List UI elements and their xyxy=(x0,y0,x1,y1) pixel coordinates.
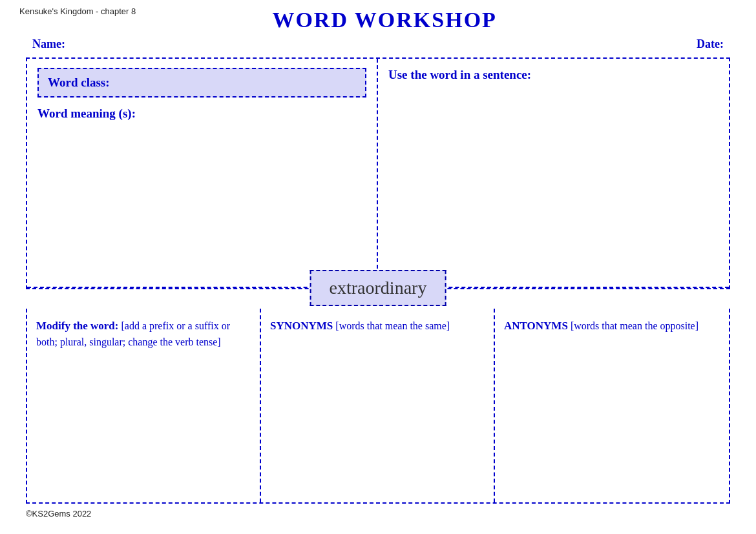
use-sentence-label: Use the word in a sentence: xyxy=(388,68,719,82)
center-word-box: extraordinary xyxy=(310,270,446,306)
page-title: WORD WORKSHOP xyxy=(136,8,633,32)
antonyms-bold: ANTONYMS xyxy=(504,320,568,332)
name-date-row: Name: Date: xyxy=(32,37,724,51)
date-label: Date: xyxy=(697,37,724,51)
bottom-grid: Modify the word: [add a prefix or a suff… xyxy=(26,309,730,504)
synonyms-normal: [words that mean the same] xyxy=(333,320,450,331)
synonyms-bold: SYNONYMS xyxy=(270,320,333,332)
synonyms-label: SYNONYMS [words that mean the same] xyxy=(270,318,485,334)
top-left-cell: Word class: Word meaning (s): xyxy=(27,59,378,288)
footer: ©KS2Gems 2022 xyxy=(19,509,737,519)
book-title: Kensuke's Kingdom - chapter 8 xyxy=(19,6,136,16)
antonyms-label: ANTONYMS [words that mean the opposite] xyxy=(504,318,720,334)
main-grid: Word class: Word meaning (s): Use the wo… xyxy=(26,57,730,289)
antonyms-normal: [words that mean the opposite] xyxy=(568,320,698,331)
word-class-label: Word class: xyxy=(48,76,110,89)
word-meaning-label: Word meaning (s): xyxy=(37,107,366,121)
antonyms-cell: ANTONYMS [words that mean the opposite] xyxy=(495,309,729,502)
name-label: Name: xyxy=(32,37,65,51)
top-right-cell: Use the word in a sentence: xyxy=(378,59,729,288)
modify-cell: Modify the word: [add a prefix or a suff… xyxy=(27,309,261,502)
modify-label: Modify the word: [add a prefix or a suff… xyxy=(36,318,251,350)
modify-bold: Modify the word: xyxy=(36,320,118,332)
center-word-container: extraordinary xyxy=(310,270,446,306)
synonyms-cell: SYNONYMS [words that mean the same] xyxy=(261,309,495,502)
word-class-box: Word class: xyxy=(37,68,366,98)
top-bar: Kensuke's Kingdom - chapter 8 WORD WORKS… xyxy=(19,6,737,32)
